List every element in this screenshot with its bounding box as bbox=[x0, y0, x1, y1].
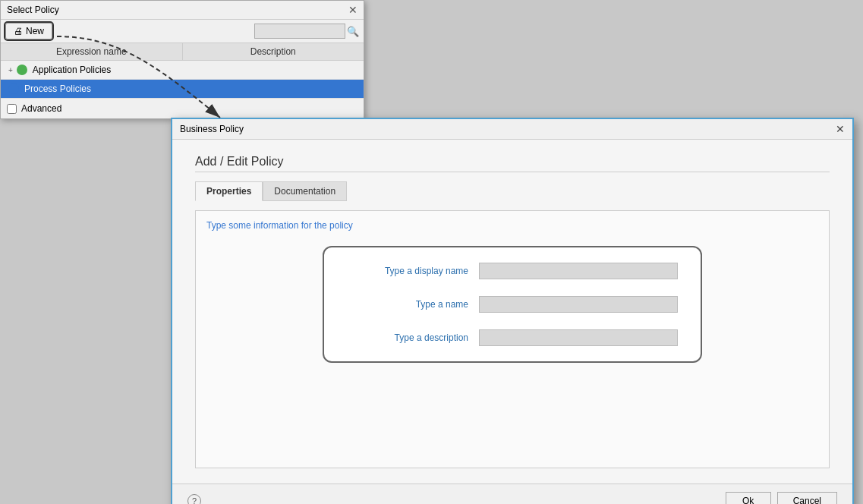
display-name-input[interactable] bbox=[479, 263, 678, 279]
business-policy-dialog: Business Policy ✕ Add / Edit Policy Prop… bbox=[171, 118, 854, 504]
help-icon[interactable]: ? bbox=[187, 494, 201, 504]
process-policies-label: Process Policies bbox=[24, 83, 91, 94]
bp-info-text: Type some information for the policy bbox=[206, 220, 818, 231]
process-policies-icon bbox=[8, 83, 19, 94]
bp-section-title: Add / Edit Policy bbox=[195, 155, 830, 172]
table-header: Expression name Description bbox=[1, 43, 364, 61]
search-input[interactable] bbox=[254, 24, 345, 39]
search-box-wrapper: 🔍 bbox=[254, 24, 359, 39]
advanced-row: Advanced bbox=[1, 99, 364, 118]
advanced-label: Advanced bbox=[21, 103, 61, 114]
help-icon-label: ? bbox=[192, 496, 197, 504]
advanced-checkbox[interactable] bbox=[7, 104, 17, 114]
name-row: Type a name bbox=[347, 296, 678, 313]
new-button-label: New bbox=[26, 26, 44, 36]
app-policies-row-cell: + Application Policies bbox=[5, 63, 182, 77]
search-button[interactable]: 🔍 bbox=[347, 26, 359, 37]
name-input[interactable] bbox=[479, 296, 678, 313]
new-button[interactable]: 🖨 New bbox=[5, 23, 52, 39]
app-policies-desc bbox=[182, 68, 359, 71]
display-name-row: Type a display name bbox=[347, 263, 678, 279]
tab-properties[interactable]: Properties bbox=[195, 181, 263, 201]
description-input[interactable] bbox=[479, 329, 678, 346]
select-policy-toolbar: 🖨 New 🔍 bbox=[1, 20, 364, 43]
process-policies-row-cell: Process Policies bbox=[5, 82, 182, 96]
display-name-label: Type a display name bbox=[347, 266, 468, 276]
new-button-icon: 🖨 bbox=[14, 26, 23, 36]
business-policy-titlebar: Business Policy ✕ bbox=[172, 119, 852, 140]
table-body: + Application Policies Process Policies bbox=[1, 61, 364, 99]
bp-tabs: Properties Documentation bbox=[195, 181, 830, 201]
select-policy-titlebar: Select Policy ✕ bbox=[1, 1, 364, 20]
process-policies-desc bbox=[182, 87, 359, 90]
tab-documentation[interactable]: Documentation bbox=[263, 181, 347, 201]
table-row[interactable]: Process Policies bbox=[1, 80, 364, 99]
app-policies-icon bbox=[17, 65, 27, 75]
footer-buttons: Ok Cancel bbox=[726, 492, 837, 504]
select-policy-close-button[interactable]: ✕ bbox=[348, 4, 357, 16]
col-expression-name: Expression name bbox=[1, 43, 183, 60]
bp-footer: ? Ok Cancel bbox=[172, 484, 852, 504]
col-description: Description bbox=[183, 43, 364, 60]
description-row: Type a description bbox=[347, 329, 678, 346]
bp-content: Add / Edit Policy Properties Documentati… bbox=[172, 140, 852, 484]
business-policy-title: Business Policy bbox=[180, 124, 244, 134]
business-policy-close-button[interactable]: ✕ bbox=[836, 123, 845, 135]
form-card: Type a display name Type a name Type a d… bbox=[323, 246, 702, 363]
table-row[interactable]: + Application Policies bbox=[1, 61, 364, 80]
bp-tab-content: Type some information for the policy Typ… bbox=[195, 210, 830, 468]
select-policy-title: Select Policy bbox=[7, 5, 59, 15]
select-policy-dialog: Select Policy ✕ 🖨 New 🔍 Expression name … bbox=[0, 0, 364, 119]
cancel-button[interactable]: Cancel bbox=[777, 492, 837, 504]
ok-button[interactable]: Ok bbox=[726, 492, 771, 504]
expand-icon: + bbox=[8, 66, 13, 74]
app-policies-label: Application Policies bbox=[33, 65, 111, 75]
name-label: Type a name bbox=[347, 299, 468, 310]
description-label: Type a description bbox=[347, 332, 468, 343]
